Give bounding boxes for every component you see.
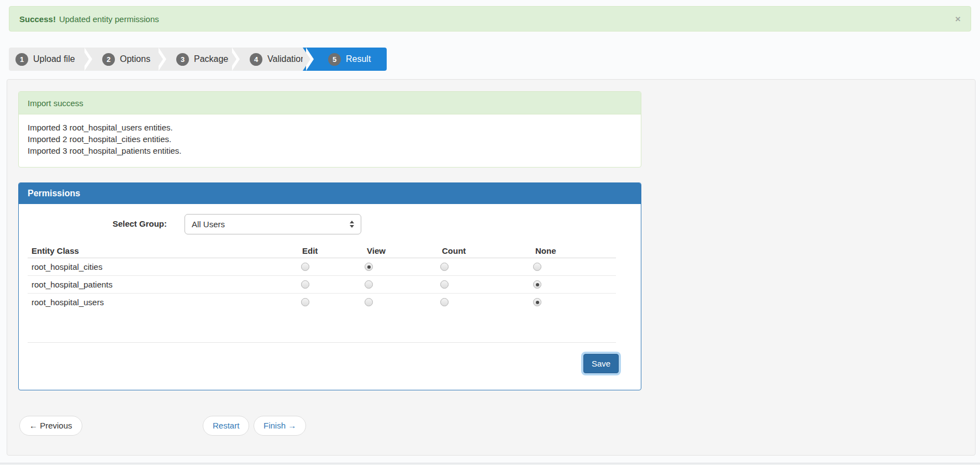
step-number-badge: 5	[328, 53, 341, 66]
save-button[interactable]: Save	[583, 354, 619, 373]
step-label: Upload file	[33, 54, 75, 64]
import-line: Imported 2 root_hospital_cities entities…	[28, 133, 632, 145]
radio-count[interactable]	[440, 263, 449, 271]
step-label: Packages	[194, 54, 233, 64]
radio-edit[interactable]	[301, 298, 309, 306]
radio-edit[interactable]	[301, 263, 309, 271]
footer-divider	[0, 463, 980, 465]
previous-button[interactable]: ← Previous	[19, 416, 82, 436]
permissions-table: Entity Class Edit View Count None root_h…	[28, 246, 616, 311]
group-select[interactable]: All Users	[185, 214, 361, 234]
finish-button[interactable]: Finish →	[254, 416, 306, 436]
wizard-step-validation[interactable]: 4 Validation	[229, 48, 303, 71]
import-wizard-page: Success! Updated entity permissions × 1 …	[0, 0, 980, 465]
select-group-label: Select Group:	[19, 214, 167, 234]
step-number-badge: 1	[15, 53, 28, 66]
column-header-count: Count	[442, 246, 466, 255]
form-divider	[28, 342, 616, 343]
entity-class-label: root_hospital_cities	[31, 258, 102, 276]
column-header-entity-class: Entity Class	[31, 246, 79, 255]
alert-title: Success!	[19, 14, 56, 24]
radio-none[interactable]	[533, 298, 541, 306]
permissions-panel-body: Select Group: All Users Entity Class Edi…	[19, 204, 641, 390]
radio-view[interactable]	[365, 298, 373, 306]
radio-edit[interactable]	[301, 280, 309, 289]
import-line: Imported 3 root_hospital_patients entiti…	[28, 145, 632, 156]
step-number-badge: 4	[250, 53, 262, 66]
import-line: Imported 3 root_hospital_users entities.	[28, 122, 632, 133]
import-result-panel: Import success Imported 3 root_hospital_…	[18, 91, 641, 168]
wizard-step-result[interactable]: 5 Result	[303, 48, 387, 71]
content-well: Import success Imported 3 root_hospital_…	[7, 79, 976, 456]
select-updown-icon	[350, 221, 354, 228]
alert-message: Updated entity permissions	[59, 14, 159, 24]
column-header-edit: Edit	[302, 246, 318, 255]
step-label: Validation	[267, 54, 305, 64]
column-header-none: None	[535, 246, 556, 255]
wizard-step-upload-file[interactable]: 1 Upload file	[9, 48, 81, 71]
radio-count[interactable]	[440, 298, 449, 306]
table-row: root_hospital_cities	[28, 258, 616, 276]
permissions-panel-title: Permissions	[19, 183, 641, 204]
success-alert: Success! Updated entity permissions ×	[9, 6, 971, 32]
restart-button[interactable]: Restart	[203, 416, 249, 436]
import-panel-title: Import success	[19, 92, 641, 114]
step-number-badge: 3	[176, 53, 189, 66]
step-label: Result	[346, 54, 371, 64]
column-header-view: View	[367, 246, 386, 255]
wizard-step-options[interactable]: 2 Options	[81, 48, 155, 71]
permissions-panel: Permissions Select Group: All Users Enti…	[18, 182, 641, 390]
close-icon[interactable]: ×	[955, 14, 961, 24]
radio-none[interactable]	[533, 280, 541, 289]
permissions-table-header: Entity Class Edit View Count None	[28, 246, 616, 258]
step-label: Options	[120, 54, 150, 64]
step-number-badge: 2	[102, 53, 115, 66]
entity-class-label: root_hospital_users	[31, 294, 104, 311]
radio-none[interactable]	[533, 263, 541, 271]
table-row: root_hospital_users	[28, 294, 616, 311]
wizard-stepper: 1 Upload file 2 Options 3 Packages 4 Val…	[9, 48, 387, 71]
group-select-value: All Users	[192, 220, 225, 229]
import-panel-body: Imported 3 root_hospital_users entities.…	[19, 114, 641, 164]
radio-count[interactable]	[440, 280, 449, 289]
table-row: root_hospital_patients	[28, 276, 616, 294]
radio-view[interactable]	[365, 263, 373, 271]
entity-class-label: root_hospital_patients	[31, 276, 113, 294]
radio-view[interactable]	[365, 280, 373, 289]
